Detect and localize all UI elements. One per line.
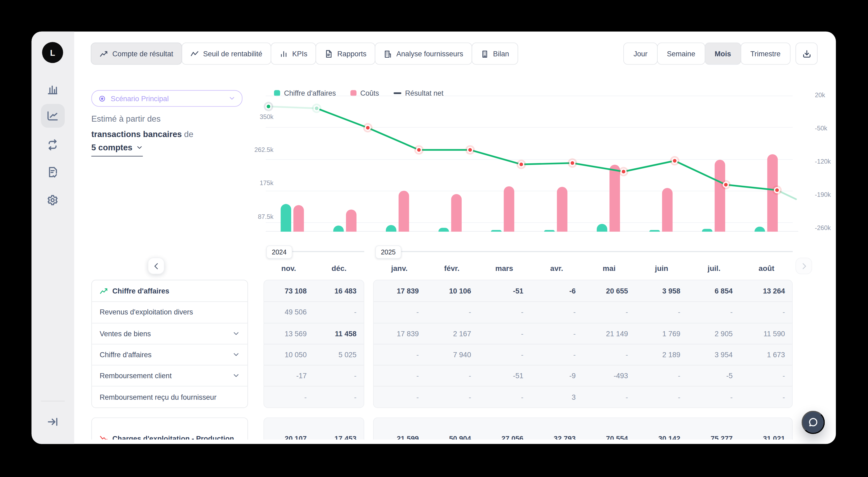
table-cell: 50 904 bbox=[426, 434, 478, 439]
table-row-label: Chiffre d'affaires bbox=[92, 280, 248, 301]
download-icon bbox=[802, 49, 811, 58]
table-cell: 21 149 bbox=[583, 329, 635, 338]
month-header-2024: nov.déc. bbox=[264, 264, 364, 277]
sidebar-item-gear-icon[interactable] bbox=[46, 194, 59, 206]
trending-up-icon bbox=[100, 49, 108, 58]
table-cell: 20 107 bbox=[264, 434, 314, 439]
table-row-label[interactable]: Remboursement client bbox=[92, 365, 248, 386]
table-cell: - bbox=[374, 393, 426, 401]
table-cell: -9 bbox=[530, 372, 583, 380]
table-row-label[interactable]: Chiffre d'affaires bbox=[92, 344, 248, 365]
chevron-down-icon[interactable] bbox=[232, 330, 240, 337]
year-chip[interactable]: 2024 bbox=[266, 245, 292, 259]
sidebar-item-presentation-chart-icon[interactable] bbox=[46, 83, 59, 96]
table-cell: - bbox=[583, 350, 635, 359]
month-header: avr. bbox=[530, 264, 583, 277]
tab-analyse-fournisseurs[interactable]: Analyse fournisseurs bbox=[375, 42, 472, 65]
table-cell: 1 673 bbox=[740, 350, 792, 359]
bank-building-icon bbox=[480, 49, 489, 58]
table-values-2024-2: 20 10717 453 bbox=[264, 417, 364, 440]
table-cell: - bbox=[583, 393, 635, 401]
table-row-values: 17 83910 106-51-620 6553 9586 85413 264 bbox=[374, 280, 792, 301]
left-axis-tick: 350k bbox=[240, 113, 273, 120]
table-row-label[interactable]: Ventes de biens bbox=[92, 323, 248, 344]
left-axis-tick: 262.5k bbox=[240, 147, 273, 153]
export-button[interactable] bbox=[796, 42, 817, 65]
month-header: mars bbox=[478, 264, 530, 277]
avatar[interactable]: L bbox=[42, 42, 63, 63]
table-cell: -5 bbox=[687, 372, 740, 380]
table-cell: 17 453 bbox=[314, 434, 364, 439]
table-row-values: 73 10816 483 bbox=[264, 280, 364, 301]
chevron-down-icon[interactable] bbox=[232, 372, 240, 379]
table-cell: 32 793 bbox=[530, 434, 583, 439]
table-values-2025-2: 21 59950 90427 05632 79370 55430 14275 2… bbox=[373, 417, 793, 440]
line-marker bbox=[517, 160, 526, 169]
table-values-2024: 73 10816 48349 506-13 56911 45810 0505 0… bbox=[264, 280, 364, 408]
trending-down-icon bbox=[100, 434, 108, 439]
tab-rapports[interactable]: Rapports bbox=[316, 42, 375, 65]
document-icon bbox=[324, 49, 333, 58]
table-cell: 6 854 bbox=[687, 287, 740, 295]
table-cell: - bbox=[478, 329, 531, 338]
app-stage: L Compte de résultatSeuil de rentabilité… bbox=[0, 0, 868, 477]
table-cell: - bbox=[635, 372, 688, 380]
table-row-label: Remboursement reçu du fournisseur bbox=[92, 386, 248, 407]
table-values-2025: 17 83910 106-51-620 6553 9586 85413 264-… bbox=[373, 280, 793, 408]
table-cell: 17 839 bbox=[374, 329, 426, 338]
table-prev-button[interactable] bbox=[148, 258, 164, 274]
sidebar-item-line-chart-icon[interactable] bbox=[46, 110, 59, 122]
table-cell: - bbox=[740, 393, 792, 401]
period-jour[interactable]: Jour bbox=[624, 42, 658, 65]
tab-bilan[interactable]: Bilan bbox=[471, 42, 518, 65]
table-next-button[interactable] bbox=[796, 258, 812, 274]
table-cell: - bbox=[314, 393, 364, 401]
sidebar-item-document-check-icon[interactable] bbox=[46, 167, 59, 179]
left-axis-tick: 87.5k bbox=[240, 213, 273, 220]
tab-seuil-de-rentabilit-[interactable]: Seuil de rentabilité bbox=[181, 42, 271, 65]
month-header: mai bbox=[583, 264, 635, 277]
pulse-line-icon bbox=[190, 49, 199, 58]
month-header-2025: janv.févr.marsavr.maijuinjuil.août bbox=[373, 264, 793, 277]
line-marker bbox=[721, 180, 731, 190]
period-switcher: JourSemaineMoisTrimestre bbox=[624, 42, 790, 65]
tab-compte-de-r-sultat[interactable]: Compte de résultat bbox=[91, 42, 182, 65]
table-cell: - bbox=[740, 308, 792, 316]
scenario-select[interactable]: Scénario Principal bbox=[91, 90, 242, 106]
table-cell: 21 599 bbox=[374, 434, 426, 439]
table-cell: - bbox=[530, 350, 583, 359]
line-marker bbox=[363, 123, 372, 132]
table-row-label: Charges d'exploitation - Production bbox=[92, 428, 248, 440]
sidebar-item-repeat-icon[interactable] bbox=[46, 139, 59, 151]
chevron-down-icon bbox=[136, 144, 143, 150]
period-mois[interactable]: Mois bbox=[705, 42, 741, 65]
right-axis-tick: -120k bbox=[815, 158, 831, 165]
accounts-dropdown[interactable]: 5 comptes bbox=[91, 143, 143, 157]
table-cell: 2 905 bbox=[687, 329, 740, 338]
period-semaine[interactable]: Semaine bbox=[657, 42, 705, 65]
table-cell: 73 108 bbox=[264, 287, 314, 295]
table-cell: -6 bbox=[530, 287, 583, 295]
chat-button[interactable] bbox=[802, 411, 825, 434]
chevron-left-icon bbox=[152, 262, 160, 270]
table-cell: 2 167 bbox=[426, 329, 478, 338]
table-cell: - bbox=[426, 393, 478, 401]
table-row-values: ---3---- bbox=[374, 386, 792, 407]
month-header: juin bbox=[635, 264, 688, 277]
table-row-values: 13 56911 458 bbox=[264, 323, 364, 344]
accounts-label: 5 comptes bbox=[91, 143, 132, 152]
year-chip[interactable]: 2025 bbox=[375, 245, 401, 259]
table-row-values: 49 506- bbox=[264, 301, 364, 323]
table-cell: 17 839 bbox=[374, 287, 426, 295]
chevron-down-icon[interactable] bbox=[232, 351, 240, 358]
main-window: L Compte de résultatSeuil de rentabilité… bbox=[32, 32, 836, 444]
table-cell: -493 bbox=[583, 372, 635, 380]
period-trimestre[interactable]: Trimestre bbox=[740, 42, 790, 65]
line-marker bbox=[670, 156, 679, 166]
table-cell: 5 025 bbox=[314, 350, 364, 359]
line-marker bbox=[264, 102, 273, 111]
table-cell: 70 554 bbox=[583, 434, 635, 439]
table-cell: 20 655 bbox=[583, 287, 635, 295]
table-cell: -17 bbox=[264, 372, 314, 380]
tab-kpis[interactable]: KPIs bbox=[271, 42, 316, 65]
